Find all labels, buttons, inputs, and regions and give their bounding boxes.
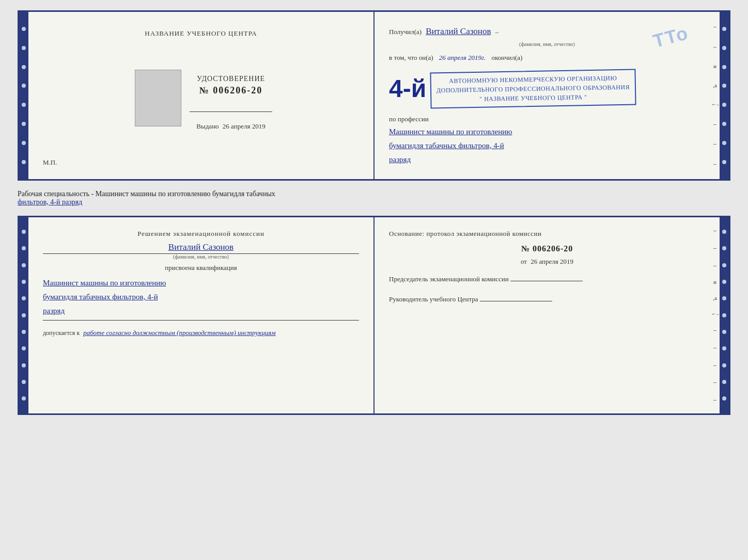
prisvoena-label: присвоена квалификация	[43, 264, 359, 272]
ot-label: от	[521, 258, 527, 265]
full-name-bottom: Виталий Сазонов	[43, 242, 359, 252]
top-left-panel: НАЗВАНИЕ УЧЕБНОГО ЦЕНТРА УДОСТОВЕРЕНИЕ №…	[28, 12, 375, 179]
bottom-document: Решением экзаменационной комиссии Витали…	[18, 216, 730, 415]
profession-line1-top: Машинист машины по изготовлению	[389, 125, 705, 139]
rukovoditel-sig-line	[480, 301, 552, 301]
separator-dash: –	[495, 27, 498, 38]
right-dashes: – – и ,а ←- – – –	[710, 12, 720, 179]
dopuskaetsya-label: допускается к	[43, 329, 80, 337]
between-caption: Рабочая специальность - Машинист машины …	[18, 189, 730, 207]
date-top: 26 апреля 2019г.	[439, 54, 486, 61]
udostoverenie-title: УДОСТОВЕРЕНИЕ	[197, 75, 265, 83]
rukovoditel-label: Руководитель учебного Центра	[389, 295, 478, 303]
predsedatel-sig-line	[510, 281, 583, 281]
ot-date: 26 апреля 2019	[531, 258, 573, 265]
vydano-label: Выдано	[196, 122, 219, 130]
ot-line: от 26 апреля 2019	[389, 258, 705, 266]
profession-line3-top: разряд	[389, 153, 705, 167]
right-dashes-bottom: – – – и ,а ←- – – – – –	[710, 217, 720, 413]
top-right-panel: TTo Получил(а) Виталий Сазонов – (фамили…	[375, 12, 720, 179]
rukovoditel-block: Руководитель учебного Центра	[389, 294, 705, 305]
profession-line2-top: бумагидля табачных фильтров, 4-й	[389, 139, 705, 153]
fio-subtitle-bottom: (фамилия, имя, отчество)	[43, 254, 359, 260]
udostoverenie-block: УДОСТОВЕРЕНИЕ № 006206-20	[197, 75, 265, 96]
profession-line3-bottom: разряд	[43, 304, 359, 318]
fio-subtitle-top: (фамилия, имя, отчество)	[519, 41, 575, 47]
spine-left-bottom	[19, 217, 28, 413]
okonchil-label: окончил(а)	[491, 54, 522, 61]
org-block: АВТОНОМНУЮ НЕКОММЕРЧЕСКУЮ ОРГАНИЗАЦИЮ ДО…	[430, 69, 636, 109]
po-professii: по профессии	[389, 114, 705, 125]
photo-placeholder	[135, 70, 181, 126]
full-name-top: Виталий Сазонов	[426, 24, 491, 38]
mp-label: М.П.	[43, 158, 57, 167]
between-text2: фильтров, 4-й разряд	[18, 198, 82, 206]
profession-line2-bottom: бумагидля табачных фильтров, 4-й	[43, 290, 359, 304]
predsedatel-block: Председатель экзаменационной комиссии	[389, 274, 705, 284]
vydano-date: 26 апреля 2019	[223, 122, 266, 130]
protocol-number: № 006206-20	[389, 244, 705, 253]
name-block-bottom: Виталий Сазонов (фамилия, имя, отчество)	[43, 242, 359, 260]
predsedatel-label: Председатель экзаменационной комиссии	[389, 275, 509, 283]
resheniem-label: Решением экзаменационной комиссии	[43, 230, 359, 238]
osnovanie-label: Основание: протокол экзаменационной коми…	[389, 230, 705, 238]
spine-right	[720, 12, 729, 179]
profession-line1-bottom: Машинист машины по изготовлению	[43, 276, 359, 290]
center-heading-top: НАЗВАНИЕ УЧЕБНОГО ЦЕНТРА	[145, 29, 257, 38]
bottom-right-panel: Основание: протокол экзаменационной коми…	[375, 217, 720, 413]
vtom-label: в том, что он(а)	[389, 54, 433, 61]
top-document: НАЗВАНИЕ УЧЕБНОГО ЦЕНТРА УДОСТОВЕРЕНИЕ №…	[18, 10, 730, 181]
big-number: 4-й	[389, 76, 426, 101]
vydano-line: Выдано 26 апреля 2019	[196, 122, 265, 131]
spine-left	[19, 12, 28, 179]
poluchil-label: Получил(а)	[389, 27, 422, 38]
udostoverenie-number: № 006206-20	[197, 85, 265, 96]
bottom-left-panel: Решением экзаменационной комиссии Витали…	[28, 217, 375, 413]
spine-right-bottom	[720, 217, 729, 413]
between-text: Рабочая специальность - Машинист машины …	[18, 190, 275, 198]
dopusk-value: работе согласно должностным (производств…	[83, 329, 275, 337]
dopuskaetsya-block: допускается к работе согласно должностны…	[43, 329, 359, 337]
